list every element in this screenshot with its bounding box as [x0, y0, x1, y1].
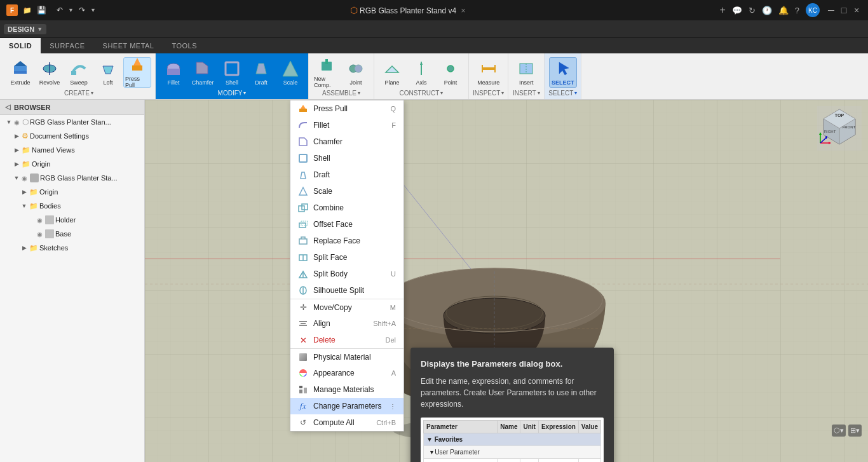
chat-btn[interactable]: 💬 — [732, 6, 742, 15]
menu-replace-face[interactable]: Replace Face — [290, 233, 403, 249]
menu-scale[interactable]: Scale — [290, 183, 403, 200]
construct-label[interactable]: CONSTRUCT▾ — [400, 88, 444, 97]
menu-split-face[interactable]: Split Face — [290, 249, 403, 266]
compute-all-icon: ↺ — [298, 418, 308, 428]
notify-btn[interactable]: 🔔 — [778, 6, 789, 15]
menu-item-label: Replace Face — [313, 236, 360, 245]
menu-manage-materials[interactable]: Manage Materials — [290, 381, 403, 398]
add-btn[interactable]: + — [719, 4, 725, 16]
menu-offset-face[interactable]: Offset Face — [290, 216, 403, 233]
menu-press-pull[interactable]: Press Pull Q — [290, 100, 403, 117]
title-close[interactable]: × — [461, 6, 466, 15]
menu-appearance[interactable]: Appearance A — [290, 365, 403, 381]
draft-btn[interactable]: Draft — [247, 57, 275, 88]
menu-delete[interactable]: ✕ Delete Del — [290, 332, 403, 348]
menu-shell[interactable]: Shell — [290, 150, 403, 166]
tab-surface[interactable]: SURFACE — [41, 38, 93, 53]
file-menu[interactable]: 📁 — [23, 6, 32, 15]
menu-item-label: Offset Face — [313, 220, 353, 229]
svg-point-21 — [447, 65, 454, 72]
browser-item-origin2[interactable]: ▶ 📁 Origin — [0, 185, 144, 199]
menu-fillet[interactable]: Fillet F — [290, 117, 403, 133]
chamfer-btn[interactable]: Chamfer — [189, 57, 217, 88]
shortcut-label: M — [390, 304, 396, 311]
undo-arrow[interactable]: ▼ — [68, 7, 74, 13]
viewport[interactable]: TOP FRONT RIGHT ⬡▾ ⊞▾ Press Pull — [145, 100, 868, 462]
browser-item-origin[interactable]: ▶ 📁 Origin — [0, 157, 144, 171]
browser-item-label: Bodies — [39, 202, 144, 210]
tab-sheet-metal[interactable]: SHEET METAL — [94, 38, 163, 53]
browser-item-doc-settings[interactable]: ▶ ⚙ Document Settings — [0, 129, 144, 143]
menu-move-copy[interactable]: ✛ Move/Copy M — [290, 299, 403, 315]
fillet-btn[interactable]: Fillet — [159, 57, 187, 88]
create-label[interactable]: CREATE▾ — [64, 88, 93, 97]
browser-item-sketches[interactable]: ▶ 📁 Sketches — [0, 241, 144, 255]
shell-btn[interactable]: Shell — [218, 57, 246, 88]
menu-draft[interactable]: Draft — [290, 166, 403, 183]
col-name: Name — [498, 420, 520, 433]
browser-item-component[interactable]: ▼ ◉ RGB Glass Planter Sta... — [0, 171, 144, 185]
tooltip-description: Edit the name, expression, and comments … — [421, 376, 604, 410]
display-mode-btn[interactable]: ⬡▾ — [832, 425, 846, 437]
browser-item-bodies[interactable]: ▼ 📁 Bodies — [0, 199, 144, 213]
titlebar-right: + 💬 ↻ 🕐 🔔 ? KC ─ □ × — [719, 3, 862, 17]
offset-plane-btn[interactable]: Plane — [378, 57, 406, 88]
chamfer-icon — [298, 137, 308, 147]
svg-rect-0 — [14, 66, 27, 71]
browser-item-base[interactable]: ◉ Base — [0, 227, 144, 241]
sync-btn[interactable]: ↻ — [749, 6, 756, 15]
browser-item-holder[interactable]: ◉ Holder — [0, 213, 144, 227]
col-unit: Unit — [520, 420, 538, 433]
undo-btn[interactable]: ↶ — [57, 6, 63, 15]
menu-combine[interactable]: Combine — [290, 200, 403, 216]
design-mode-btn[interactable]: DESIGN ▼ — [4, 24, 46, 34]
select-label[interactable]: SELECT▾ — [548, 88, 577, 97]
select-btn[interactable]: SELECT — [549, 57, 577, 88]
revolve-btn[interactable]: Revolve — [36, 57, 64, 88]
joint-btn[interactable]: Joint — [342, 57, 370, 88]
shortcut-label: Shift+A — [373, 320, 396, 327]
assemble-label[interactable]: ASSEMBLE▾ — [322, 88, 360, 97]
shortcut-label: A — [391, 369, 396, 377]
browser-item-root[interactable]: ▼ ◉ ⬡ RGB Glass Planter Stan... — [0, 115, 144, 129]
user-avatar[interactable]: KC — [806, 3, 820, 17]
new-component-btn[interactable]: New Comp. — [313, 57, 341, 88]
browser-item-named-views[interactable]: ▶ 📁 Named Views — [0, 143, 144, 157]
measure-btn[interactable]: Measure — [475, 57, 503, 88]
inspect-label[interactable]: INSPECT▾ — [473, 88, 504, 97]
menu-physical-material[interactable]: Physical Material — [290, 348, 403, 365]
close-btn[interactable]: × — [851, 5, 862, 15]
menu-item-label: Delete — [313, 336, 336, 344]
nav-cube[interactable]: TOP FRONT RIGHT — [817, 106, 862, 151]
help-btn[interactable]: ? — [795, 6, 799, 15]
grid-toggle-btn[interactable]: ⊞▾ — [848, 425, 862, 437]
minimize-btn[interactable]: ─ — [826, 5, 836, 15]
sweep-btn[interactable]: Sweep — [65, 57, 93, 88]
menu-align[interactable]: Align Shift+A — [290, 315, 403, 332]
history-btn[interactable]: 🕐 — [762, 6, 772, 15]
menu-chamfer[interactable]: Chamfer — [290, 133, 403, 150]
ribbon-group-assemble: New Comp. Joint ASSEMBLE▾ — [309, 53, 374, 99]
loft-btn[interactable]: Loft — [94, 57, 122, 88]
menu-split-body[interactable]: Split Body U — [290, 266, 403, 282]
save-btn[interactable]: 💾 — [37, 6, 46, 15]
browser-collapse-icon[interactable]: ◁ — [5, 103, 10, 111]
redo-arrow[interactable]: ▼ — [90, 7, 96, 13]
redo-btn[interactable]: ↷ — [79, 6, 85, 15]
insert-label[interactable]: INSERT▾ — [513, 88, 540, 97]
tab-solid[interactable]: SOLID — [0, 38, 41, 53]
ribbon-tabs: SOLID SURFACE SHEET METAL TOOLS — [0, 38, 868, 53]
maximize-btn[interactable]: □ — [839, 5, 849, 15]
tab-tools[interactable]: TOOLS — [163, 38, 206, 53]
col-parameter: Parameter — [424, 420, 498, 433]
extrude-btn[interactable]: Extrude — [6, 57, 34, 88]
modify-label[interactable]: MODIFY▾ — [218, 88, 247, 97]
menu-compute-all[interactable]: ↺ Compute All Ctrl+B — [290, 414, 403, 431]
point-btn[interactable]: Point — [437, 57, 465, 88]
menu-change-parameters[interactable]: 𝑓𝑥 Change Parameters ⋮ — [290, 398, 403, 414]
scale-btn[interactable]: Scale — [276, 57, 304, 88]
axis-btn[interactable]: Axis — [407, 57, 435, 88]
menu-silhouette-split[interactable]: Silhouette Split — [290, 282, 403, 299]
press-pull-btn[interactable]: Press Pull — [123, 57, 151, 88]
insert-canvas-btn[interactable]: Insert — [512, 57, 540, 88]
